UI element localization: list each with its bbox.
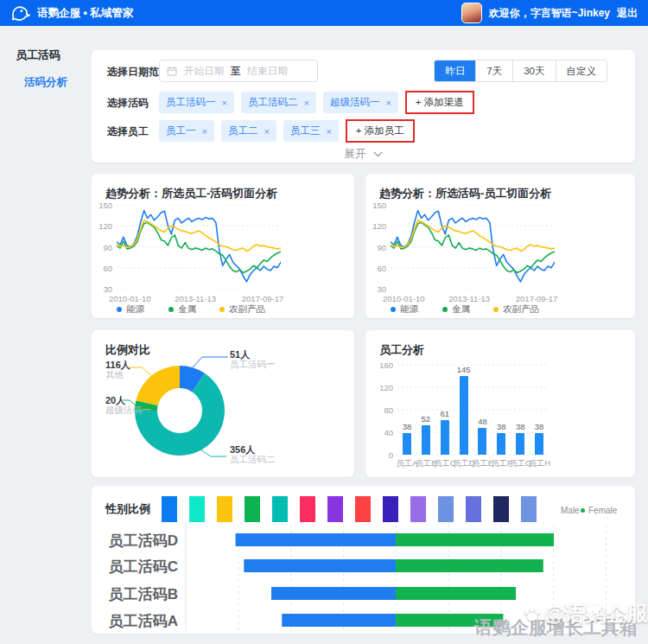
tag-label: 员工三 [290,124,321,137]
bar-value-label: 38 [497,422,506,431]
expand-toggle[interactable]: 展开 [92,147,635,162]
trend-chart-title: 趋势分析：所选活码-员工切面分析 [379,186,551,201]
legend-item-农副产品[interactable]: 农副产品 [493,303,539,316]
y-axis-tick: 160 [371,360,393,370]
legend-dot [117,307,122,312]
date-start-placeholder[interactable]: 开始日期 [184,65,224,78]
filter-tag[interactable]: 员工活码二× [241,92,316,113]
avatar [461,3,482,23]
bar-员工C [441,420,449,455]
expand-label: 展开 [344,148,365,160]
add-channel-button[interactable]: + 添加渠道 [407,92,473,112]
red-annotation-box: + 添加员工 [346,119,415,143]
bar-value-label: 38 [516,422,525,431]
tag-close-icon[interactable]: × [264,126,269,137]
legend-dot [219,307,225,312]
bar-value-label: 38 [403,422,412,431]
pie-slice-name: 其他 [105,369,124,381]
tag-label: 员工活码一 [166,96,216,109]
ratio-card: 比例对比 51人 员工活码一 356人 员工活码二 20人 超级活码一 116人… [92,330,354,477]
legend-label: 农副产品 [229,303,265,316]
x-axis-tick: 2013-11-13 [175,294,216,303]
male-bar-员工活码C [244,559,396,572]
date-end-placeholder[interactable]: 结束日期 [248,65,288,78]
male-bar-员工活码A [282,614,396,627]
category-label-员工活码C: 员工活码C [98,557,178,577]
range-button-自定义[interactable]: 自定义 [556,61,607,81]
legend-dot [391,307,396,312]
watermark-white-text: @语鹦企服 [544,600,647,628]
x-axis-tick: 2010-01-10 [109,294,151,303]
leader-line [200,450,226,456]
sidebar-section-title: 员工活码 [16,48,92,63]
bar-slot: 38 [511,365,530,455]
x-axis-tick: 员工H [528,458,550,469]
bar-value-label: 61 [440,409,449,418]
legend-label: 金属 [178,303,196,316]
add-staff-button[interactable]: + 添加员工 [347,121,413,141]
tag-label: 超级活码一 [330,96,380,109]
range-button-昨日[interactable]: 昨日 [435,61,475,81]
legend-item-农副产品[interactable]: 农副产品 [219,303,265,316]
bar-员工A [403,433,411,455]
male-bar-员工活码B [271,587,396,600]
sidebar: 员工活码 活码分析 [0,26,92,90]
legend-item-金属[interactable]: 金属 [442,303,470,316]
filter-tag[interactable]: 员工活码一× [159,92,234,113]
filter-tag[interactable]: 超级活码一× [323,92,398,113]
trend-plot-area [117,205,281,289]
tag-close-icon[interactable]: × [385,98,391,108]
pie-slice-name: 员工活码一 [230,359,276,371]
legend-item-金属[interactable]: 金属 [168,303,196,316]
y-axis-tick: 120 [371,383,393,392]
bar-value-label: 145 [457,365,471,374]
x-axis-tick: 2013-11-13 [448,294,490,303]
logout-link[interactable]: 退出 [617,6,638,21]
filter-tag[interactable]: 员工三× [283,120,339,142]
filter-tag[interactable]: 员工一× [159,120,214,142]
y-axis-tick: 60 [367,264,386,273]
y-axis-tick: 40 [371,428,393,437]
code-select-label: 选择活码 [107,96,149,111]
welcome-text: 欢迎你，字言智语~Jinkey [489,6,610,21]
legend-dot [493,307,499,312]
tag-label: 员工二 [228,124,258,137]
x-axis-tick: 2017-09-17 [516,294,558,303]
category-label-员工活码A: 员工活码A [98,611,178,631]
bar-value-label: 48 [478,417,487,426]
bar-slot: 52 [416,365,435,455]
trend-chart-card-code: 趋势分析：所选活码-员工切面分析 1501209060302010-01-102… [365,174,635,318]
y-axis-tick: 60 [93,264,112,273]
calendar-icon [167,66,177,76]
filter-tag[interactable]: 员工二× [221,120,276,142]
y-axis-tick: 120 [93,221,112,231]
y-axis-tick: 30 [367,284,386,294]
y-axis-tick: 120 [367,221,386,231]
legend-item-能源[interactable]: 能源 [391,303,418,316]
sidebar-item-code-analysis[interactable]: 活码分析 [16,75,92,90]
bar-slot: 38 [397,365,416,455]
legend-item-能源[interactable]: 能源 [117,303,144,316]
bar-value-label: 52 [422,414,431,424]
leader-line [193,357,228,367]
tag-close-icon[interactable]: × [222,98,227,108]
brand-title: 语鹦企服 • 私域管家 [37,6,133,21]
main-content: 选择日期范围 开始日期 至 结束日期 昨日7天30天自定义 选择活码 员工活码一… [92,50,635,634]
y-axis-tick: 90 [367,243,386,252]
watermark-white: @语鹦企服 [522,600,647,628]
category-label-员工活码B: 员工活码B [98,584,178,604]
staff-analysis-card: 员工分析 1601208040038526114548383838员工A员工B员… [365,330,635,477]
y-axis-tick: 90 [93,243,112,252]
tag-close-icon[interactable]: × [202,126,207,137]
bar-员工E [478,428,486,455]
y-axis-tick: 150 [93,201,112,210]
filter-card: 选择日期范围 开始日期 至 结束日期 昨日7天30天自定义 选择活码 员工活码一… [92,50,635,163]
tag-close-icon[interactable]: × [303,98,308,108]
date-to-separator: 至 [231,65,241,78]
bar-员工D [460,376,468,455]
range-button-7天[interactable]: 7天 [475,61,512,81]
female-bar-员工活码C [396,559,543,572]
date-range-input[interactable]: 开始日期 至 结束日期 [159,60,318,82]
range-button-30天[interactable]: 30天 [512,61,555,81]
tag-close-icon[interactable]: × [326,126,331,137]
